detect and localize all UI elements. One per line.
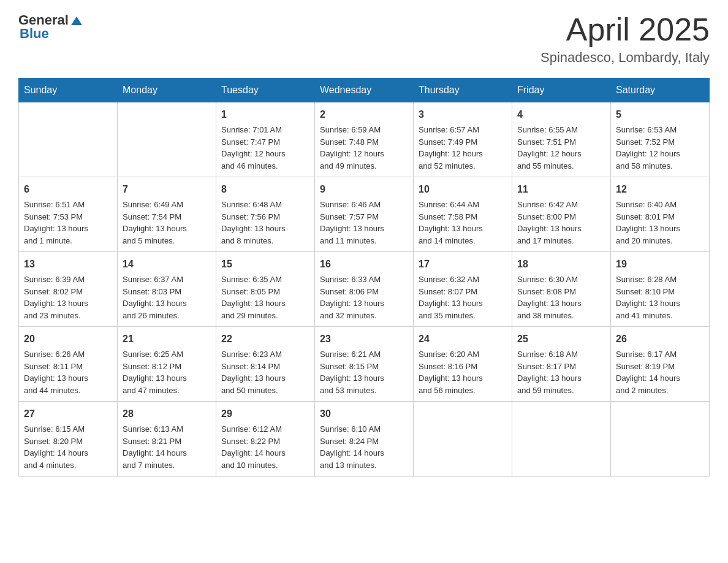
day-cell: 29Sunrise: 6:12 AM Sunset: 8:22 PM Dayli… bbox=[216, 402, 315, 477]
svg-marker-0 bbox=[71, 17, 82, 25]
day-info: Sunrise: 6:17 AM Sunset: 8:19 PM Dayligh… bbox=[616, 348, 704, 396]
week-row-5: 27Sunrise: 6:15 AM Sunset: 8:20 PM Dayli… bbox=[19, 402, 710, 477]
week-row-2: 6Sunrise: 6:51 AM Sunset: 7:53 PM Daylig… bbox=[19, 177, 710, 252]
title-section: April 2025 Spinadesco, Lombardy, Italy bbox=[540, 12, 710, 66]
day-info: Sunrise: 6:26 AM Sunset: 8:11 PM Dayligh… bbox=[24, 348, 112, 396]
day-info: Sunrise: 6:46 AM Sunset: 7:57 PM Dayligh… bbox=[320, 199, 408, 247]
day-number: 8 bbox=[221, 182, 309, 197]
header-row: SundayMondayTuesdayWednesdayThursdayFrid… bbox=[19, 79, 710, 102]
day-number: 24 bbox=[419, 332, 507, 347]
day-cell: 18Sunrise: 6:30 AM Sunset: 8:08 PM Dayli… bbox=[512, 252, 611, 327]
day-info: Sunrise: 6:30 AM Sunset: 8:08 PM Dayligh… bbox=[517, 274, 605, 321]
day-number: 3 bbox=[419, 107, 507, 122]
day-cell bbox=[512, 402, 611, 477]
day-number: 26 bbox=[616, 332, 704, 347]
day-number: 13 bbox=[24, 257, 112, 272]
day-cell: 14Sunrise: 6:37 AM Sunset: 8:03 PM Dayli… bbox=[118, 252, 216, 327]
day-cell: 8Sunrise: 6:48 AM Sunset: 7:56 PM Daylig… bbox=[216, 177, 315, 252]
day-cell: 27Sunrise: 6:15 AM Sunset: 8:20 PM Dayli… bbox=[19, 402, 118, 477]
day-info: Sunrise: 6:40 AM Sunset: 8:01 PM Dayligh… bbox=[616, 199, 704, 247]
day-number: 1 bbox=[221, 107, 309, 122]
day-number: 16 bbox=[320, 257, 408, 272]
day-cell: 19Sunrise: 6:28 AM Sunset: 8:10 PM Dayli… bbox=[611, 252, 710, 327]
header-cell-sunday: Sunday bbox=[19, 79, 118, 102]
day-cell: 20Sunrise: 6:26 AM Sunset: 8:11 PM Dayli… bbox=[19, 327, 118, 402]
day-number: 15 bbox=[221, 257, 309, 272]
day-info: Sunrise: 6:59 AM Sunset: 7:48 PM Dayligh… bbox=[320, 124, 408, 172]
day-number: 22 bbox=[221, 332, 309, 347]
day-info: Sunrise: 7:01 AM Sunset: 7:47 PM Dayligh… bbox=[221, 124, 309, 172]
day-info: Sunrise: 6:33 AM Sunset: 8:06 PM Dayligh… bbox=[320, 274, 408, 321]
header-cell-friday: Friday bbox=[512, 79, 611, 102]
day-number: 18 bbox=[517, 257, 605, 272]
day-number: 20 bbox=[24, 332, 112, 347]
header-cell-tuesday: Tuesday bbox=[216, 79, 315, 102]
day-number: 9 bbox=[320, 182, 408, 197]
day-number: 5 bbox=[616, 107, 704, 122]
day-number: 12 bbox=[616, 182, 704, 197]
day-info: Sunrise: 6:42 AM Sunset: 8:00 PM Dayligh… bbox=[517, 199, 605, 247]
header-cell-saturday: Saturday bbox=[611, 79, 710, 102]
day-number: 30 bbox=[320, 407, 408, 421]
day-cell: 17Sunrise: 6:32 AM Sunset: 8:07 PM Dayli… bbox=[414, 252, 512, 327]
header-cell-thursday: Thursday bbox=[414, 79, 512, 102]
day-info: Sunrise: 6:28 AM Sunset: 8:10 PM Dayligh… bbox=[616, 274, 704, 321]
day-cell: 24Sunrise: 6:20 AM Sunset: 8:16 PM Dayli… bbox=[414, 327, 512, 402]
day-info: Sunrise: 6:55 AM Sunset: 7:51 PM Dayligh… bbox=[517, 124, 605, 172]
day-info: Sunrise: 6:12 AM Sunset: 8:22 PM Dayligh… bbox=[221, 423, 309, 471]
day-number: 7 bbox=[123, 182, 211, 197]
day-info: Sunrise: 6:13 AM Sunset: 8:21 PM Dayligh… bbox=[123, 423, 211, 471]
calendar-table: SundayMondayTuesdayWednesdayThursdayFrid… bbox=[18, 78, 710, 477]
day-cell bbox=[118, 102, 216, 177]
day-cell: 10Sunrise: 6:44 AM Sunset: 7:58 PM Dayli… bbox=[414, 177, 512, 252]
day-cell: 9Sunrise: 6:46 AM Sunset: 7:57 PM Daylig… bbox=[315, 177, 414, 252]
day-cell: 2Sunrise: 6:59 AM Sunset: 7:48 PM Daylig… bbox=[315, 102, 414, 177]
logo-blue: Blue bbox=[20, 26, 49, 42]
day-number: 6 bbox=[24, 182, 112, 197]
day-cell: 28Sunrise: 6:13 AM Sunset: 8:21 PM Dayli… bbox=[118, 402, 216, 477]
day-cell: 13Sunrise: 6:39 AM Sunset: 8:02 PM Dayli… bbox=[19, 252, 118, 327]
day-info: Sunrise: 6:23 AM Sunset: 8:14 PM Dayligh… bbox=[221, 348, 309, 396]
day-cell: 6Sunrise: 6:51 AM Sunset: 7:53 PM Daylig… bbox=[19, 177, 118, 252]
day-cell: 16Sunrise: 6:33 AM Sunset: 8:06 PM Dayli… bbox=[315, 252, 414, 327]
calendar-title: April 2025 bbox=[540, 12, 710, 47]
day-number: 14 bbox=[123, 257, 211, 272]
day-cell: 15Sunrise: 6:35 AM Sunset: 8:05 PM Dayli… bbox=[216, 252, 315, 327]
header-cell-wednesday: Wednesday bbox=[315, 79, 414, 102]
day-info: Sunrise: 6:51 AM Sunset: 7:53 PM Dayligh… bbox=[24, 199, 112, 247]
day-info: Sunrise: 6:18 AM Sunset: 8:17 PM Dayligh… bbox=[517, 348, 605, 396]
logo: General Blue bbox=[18, 12, 83, 42]
header-cell-monday: Monday bbox=[118, 79, 216, 102]
day-cell: 11Sunrise: 6:42 AM Sunset: 8:00 PM Dayli… bbox=[512, 177, 611, 252]
day-cell: 7Sunrise: 6:49 AM Sunset: 7:54 PM Daylig… bbox=[118, 177, 216, 252]
day-number: 4 bbox=[517, 107, 605, 122]
day-number: 21 bbox=[123, 332, 211, 347]
day-number: 25 bbox=[517, 332, 605, 347]
day-cell bbox=[19, 102, 118, 177]
day-cell: 23Sunrise: 6:21 AM Sunset: 8:15 PM Dayli… bbox=[315, 327, 414, 402]
calendar-subtitle: Spinadesco, Lombardy, Italy bbox=[540, 50, 710, 66]
day-number: 28 bbox=[123, 407, 211, 421]
day-info: Sunrise: 6:44 AM Sunset: 7:58 PM Dayligh… bbox=[419, 199, 507, 247]
day-info: Sunrise: 6:20 AM Sunset: 8:16 PM Dayligh… bbox=[419, 348, 507, 396]
day-number: 29 bbox=[221, 407, 309, 421]
day-number: 2 bbox=[320, 107, 408, 122]
day-cell bbox=[611, 402, 710, 477]
day-number: 17 bbox=[419, 257, 507, 272]
day-info: Sunrise: 6:39 AM Sunset: 8:02 PM Dayligh… bbox=[24, 274, 112, 321]
day-number: 23 bbox=[320, 332, 408, 347]
week-row-3: 13Sunrise: 6:39 AM Sunset: 8:02 PM Dayli… bbox=[19, 252, 710, 327]
day-info: Sunrise: 6:15 AM Sunset: 8:20 PM Dayligh… bbox=[24, 423, 112, 471]
week-row-1: 1Sunrise: 7:01 AM Sunset: 7:47 PM Daylig… bbox=[19, 102, 710, 177]
day-number: 19 bbox=[616, 257, 704, 272]
day-cell: 5Sunrise: 6:53 AM Sunset: 7:52 PM Daylig… bbox=[611, 102, 710, 177]
day-info: Sunrise: 6:37 AM Sunset: 8:03 PM Dayligh… bbox=[123, 274, 211, 321]
day-info: Sunrise: 6:32 AM Sunset: 8:07 PM Dayligh… bbox=[419, 274, 507, 321]
logo-triangle-icon bbox=[70, 14, 83, 28]
week-row-4: 20Sunrise: 6:26 AM Sunset: 8:11 PM Dayli… bbox=[19, 327, 710, 402]
day-number: 10 bbox=[419, 182, 507, 197]
day-number: 11 bbox=[517, 182, 605, 197]
day-cell: 26Sunrise: 6:17 AM Sunset: 8:19 PM Dayli… bbox=[611, 327, 710, 402]
day-cell: 12Sunrise: 6:40 AM Sunset: 8:01 PM Dayli… bbox=[611, 177, 710, 252]
day-info: Sunrise: 6:21 AM Sunset: 8:15 PM Dayligh… bbox=[320, 348, 408, 396]
